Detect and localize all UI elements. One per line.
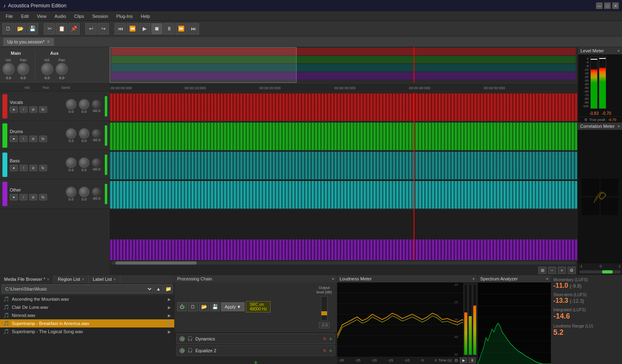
master-pan-knob[interactable] (17, 63, 29, 75)
skip-end-button[interactable]: ⏭ (188, 23, 199, 34)
bass-record-btn[interactable]: ● (10, 165, 18, 171)
zoom-in-button[interactable]: + (558, 267, 566, 274)
other-pan-knob[interactable] (79, 187, 89, 197)
label-list-tab-close[interactable]: × (113, 277, 116, 282)
path-selector[interactable]: C:\Users\Stian\Music (2, 284, 153, 293)
new-button[interactable]: 🗋 (2, 23, 14, 34)
zoom-settings-button[interactable]: ⚙ (568, 267, 576, 274)
play-arrow-1[interactable]: ▶ (168, 305, 171, 310)
menu-session[interactable]: Session (88, 13, 112, 19)
bass-send-knob[interactable] (92, 158, 101, 167)
aux-pan-knob[interactable] (56, 63, 68, 75)
minimize-button[interactable]: — (596, 2, 602, 9)
tab-region-list[interactable]: Region List × (54, 275, 89, 283)
bass-mute-btn[interactable]: ⊘ (29, 165, 37, 171)
bass-clip-2[interactable] (110, 181, 577, 209)
aux-vol-knob[interactable] (41, 63, 53, 75)
save-button[interactable]: 💾 (27, 23, 38, 34)
other-fx-btn[interactable]: fx (39, 194, 47, 200)
skip-start-button[interactable]: ⏮ (115, 23, 126, 34)
browser-up-btn[interactable]: ▲ (154, 284, 163, 293)
drums-vol-knob[interactable] (66, 128, 76, 139)
vocals-mute-btn[interactable]: ⊘ (29, 106, 37, 113)
stop-button[interactable]: ⏹ (151, 23, 163, 34)
browser-folder-btn[interactable]: 📁 (164, 284, 173, 293)
file-item-3[interactable]: 🎵 Supertramp - Breakfast in America.wav … (0, 319, 174, 327)
other-record-btn[interactable]: ● (10, 194, 18, 200)
drums-pan-knob[interactable] (79, 128, 89, 139)
vocals-pan-knob[interactable] (79, 99, 89, 110)
close-button[interactable]: ✕ (612, 2, 619, 9)
dynamics-headphone-icon[interactable]: 🎧 (187, 336, 193, 341)
chain-new-btn[interactable]: 🗋 (188, 302, 198, 311)
paste-button[interactable]: 📌 (68, 23, 80, 34)
chain-close[interactable]: × (332, 276, 334, 281)
add-effect-btn[interactable]: + (176, 357, 335, 364)
play-button[interactable]: ▶ (139, 23, 150, 34)
media-browser-tab-close[interactable]: × (47, 277, 49, 282)
loudness-play-btn[interactable]: ▶ (460, 358, 467, 363)
bass-pan-knob[interactable] (79, 157, 89, 168)
play-arrow-4[interactable]: ▶ (168, 330, 171, 334)
menu-edit[interactable]: Edit (17, 13, 33, 19)
drums-clip[interactable] (110, 123, 577, 150)
play-arrow-0[interactable]: ▶ (168, 297, 171, 302)
fast-forward-button[interactable]: ⏩ (176, 23, 187, 34)
open-button[interactable]: 📂 (15, 23, 26, 34)
region-list-tab-close[interactable]: × (82, 277, 84, 282)
session-tab-close[interactable]: × (47, 39, 50, 45)
play-arrow-2[interactable]: ▶ (168, 313, 171, 318)
vocals-solo-btn[interactable]: ! (20, 106, 28, 113)
dynamics-remove[interactable]: ✕ (323, 336, 327, 342)
loudness-settings-icon[interactable]: ⚙ (454, 358, 458, 363)
maximize-button[interactable]: □ (604, 2, 611, 9)
menu-clips[interactable]: Clips (70, 13, 88, 19)
dynamics-power[interactable]: ⏻ (179, 336, 185, 342)
bass-solo-btn[interactable]: ! (20, 165, 28, 171)
menu-plugins[interactable]: Plug-Ins (112, 13, 137, 19)
dynamics-add[interactable]: + (329, 336, 332, 342)
level-meter-close[interactable]: × (618, 48, 620, 53)
file-item-1[interactable]: 🎵 Clair De Lune.wav ▶ (0, 303, 174, 311)
menu-help[interactable]: Help (137, 13, 154, 19)
copy-button[interactable]: 📋 (56, 23, 67, 34)
cut-button[interactable]: ✂ (44, 23, 55, 34)
zoom-out-button[interactable]: − (548, 267, 556, 274)
bass-vol-knob[interactable] (66, 157, 76, 168)
master-vol-knob[interactable] (2, 63, 15, 75)
tab-label-list[interactable]: Label List × (89, 275, 120, 283)
session-tab-item[interactable]: Up to you.session* × (3, 38, 54, 46)
bass-clip-1[interactable] (110, 152, 577, 179)
file-item-0[interactable]: 🎵 Ascending the Mountain.wav ▶ (0, 295, 174, 303)
rewind-button[interactable]: ⏪ (127, 23, 138, 34)
menu-audio[interactable]: Audio (50, 13, 70, 19)
drums-fx-btn[interactable]: fx (39, 136, 47, 142)
corr-meter-close[interactable]: × (618, 124, 620, 129)
equalize-remove[interactable]: ✕ (323, 348, 327, 353)
drums-mute-btn[interactable]: ⊘ (29, 136, 37, 142)
chain-power-btn[interactable]: ⏻ (177, 302, 187, 311)
spectrum-close[interactable]: × (546, 276, 548, 281)
other-vol-knob[interactable] (66, 187, 76, 197)
output-fader[interactable] (321, 296, 327, 321)
pause-button[interactable]: ⏸ (163, 23, 175, 34)
dynamics-name[interactable]: Dynamics (195, 336, 320, 341)
file-item-4[interactable]: 🎵 Supertramp - The Logical Song.wav ▶ (0, 327, 174, 336)
equalize-name[interactable]: Equalize 2 (195, 348, 320, 353)
chain-save-btn[interactable]: 💾 (210, 302, 220, 311)
loudness-pause-btn[interactable]: ⏸ (468, 358, 476, 363)
redo-button[interactable]: ↪ (98, 23, 109, 34)
equalize-power[interactable]: ⏻ (179, 348, 185, 353)
other-mute-btn[interactable]: ⊘ (29, 194, 37, 200)
other-solo-btn[interactable]: ! (20, 194, 28, 200)
chain-open-btn[interactable]: 📂 (199, 302, 209, 311)
scroll-thumb[interactable] (115, 261, 197, 265)
overview-viewport[interactable] (110, 47, 297, 83)
bass-fx-btn[interactable]: fx (39, 165, 47, 171)
vocals-clip[interactable] (110, 93, 577, 121)
drums-record-btn[interactable]: ● (10, 136, 18, 142)
menu-file[interactable]: File (2, 13, 17, 19)
file-item-2[interactable]: 🎵 Nimrod.wav ▶ (0, 311, 174, 319)
drums-solo-btn[interactable]: ! (20, 136, 28, 142)
other-clip[interactable] (110, 239, 577, 260)
